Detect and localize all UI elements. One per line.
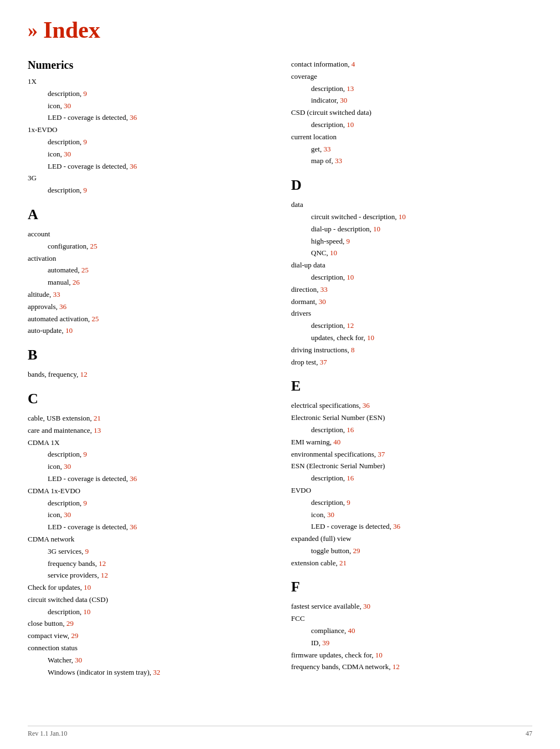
right-column: contact information, 4coveragedescriptio… — [291, 59, 532, 679]
entry-term: 1X — [28, 77, 37, 85]
entry-page: 30 — [62, 510, 71, 519]
list-item: care and maintenance, 13 — [28, 425, 269, 437]
entry-page: 10 — [345, 120, 354, 129]
list-item: compact view, 29 — [28, 630, 269, 642]
entry-term: environmental specifications, — [291, 450, 376, 458]
list-item: EVDO — [291, 485, 532, 497]
entry-term: dial-up - description, — [311, 225, 371, 233]
entry-page: 10 — [82, 608, 90, 616]
entry-page: 10 — [374, 651, 383, 659]
entry-term: data — [291, 200, 303, 209]
list-item: electrical specifications, 36 — [291, 400, 532, 412]
entry-page: 30 — [73, 656, 82, 664]
list-item: automated activation, 25 — [28, 313, 269, 325]
entry-term: description, — [48, 450, 82, 458]
entry-term: Electronic Serial Number (ESN) — [291, 413, 385, 422]
list-item: Check for updates, 10 — [28, 582, 269, 594]
entry-page: 9 — [82, 89, 87, 98]
entry-page: 9 — [82, 450, 87, 458]
entry-term: automated activation, — [28, 315, 90, 323]
entry-term: icon, — [48, 102, 62, 110]
entry-term: direction, — [291, 285, 318, 293]
list-item: CDMA 1x-EVDO — [28, 485, 269, 497]
entry-term: care and maintenance, — [28, 426, 92, 434]
entry-term: description, — [311, 474, 345, 482]
list-item: service providers, 12 — [28, 570, 269, 581]
entry-term: LED - coverage is detected, — [48, 113, 128, 122]
entry-term: EVDO — [291, 486, 311, 494]
entry-page: 21 — [338, 559, 347, 567]
page-container: » Index Numerics1Xdescription, 9icon, 30… — [0, 0, 560, 712]
entry-page: 30 — [62, 102, 71, 110]
left-column: Numerics1Xdescription, 9icon, 30LED - co… — [28, 59, 269, 679]
list-item: description, 9 — [28, 88, 269, 100]
entry-page: 37 — [376, 450, 385, 458]
list-item: close button, 29 — [28, 618, 269, 630]
list-item: fastest service available, 30 — [291, 601, 532, 613]
entry-page: 13 — [92, 426, 101, 434]
list-item: icon, 30 — [28, 149, 269, 160]
entry-term: 1x-EVDO — [28, 125, 57, 134]
entry-term: frequency bands, CDMA network, — [291, 662, 390, 671]
list-item: expanded (full) view — [291, 533, 532, 545]
list-item: LED - coverage is detected, 36 — [28, 161, 269, 173]
entry-page: 30 — [317, 297, 326, 306]
letter-heading: D — [291, 177, 532, 194]
entry-page: 21 — [92, 414, 101, 422]
entry-page: 36 — [391, 522, 400, 530]
list-item: connection status — [28, 642, 269, 654]
entry-term: auto-update, — [28, 326, 64, 335]
list-item: activation — [28, 253, 269, 265]
list-item: dial-up - description, 10 — [291, 224, 532, 235]
entry-page: 10 — [397, 212, 406, 221]
entry-term: LED - coverage is detected, — [48, 523, 128, 531]
entry-page: 30 — [62, 462, 71, 470]
entry-page: 12 — [99, 571, 108, 579]
two-column-layout: Numerics1Xdescription, 9icon, 30LED - co… — [28, 59, 532, 679]
entry-page: 29 — [69, 631, 78, 640]
list-item: compliance, 40 — [291, 625, 532, 637]
list-item: CDMA 1X — [28, 437, 269, 449]
entry-page: 10 — [328, 249, 337, 257]
entry-term: description, — [48, 608, 82, 616]
entry-page: 4 — [349, 60, 355, 68]
entry-page: 12 — [97, 559, 106, 568]
list-item: drivers — [291, 308, 532, 320]
entry-term: driving instructions, — [291, 346, 349, 354]
entry-page: 16 — [345, 426, 354, 434]
letter-heading: B — [28, 347, 269, 363]
entry-page: 10 — [371, 225, 380, 233]
entry-term: high-speed, — [311, 237, 344, 245]
entry-page: 9 — [82, 499, 87, 507]
entry-term: approvals, — [28, 302, 58, 311]
entry-page: 12 — [345, 321, 354, 330]
entry-page: 9 — [82, 186, 87, 194]
entry-term: circuit switched - description, — [311, 212, 397, 221]
list-item: description, 9 — [28, 136, 269, 148]
list-item: QNC, 10 — [291, 247, 532, 259]
footer-right: 47 — [526, 730, 532, 738]
list-item: icon, 30 — [28, 461, 269, 473]
list-item: map of, 33 — [291, 155, 532, 167]
list-item: CSD (circuit switched data) — [291, 107, 532, 119]
list-item: altitude, 33 — [28, 289, 269, 301]
entry-term: CDMA network — [28, 535, 74, 543]
entry-page: 36 — [128, 113, 137, 122]
entry-page: 29 — [64, 619, 73, 627]
entry-term: account — [28, 230, 50, 238]
entry-page: 40 — [346, 626, 355, 635]
entry-page: 30 — [338, 96, 347, 104]
entry-term: drop test, — [291, 358, 318, 366]
list-item: auto-update, 10 — [28, 325, 269, 337]
entry-page: 36 — [128, 474, 137, 483]
list-item: description, 10 — [291, 119, 532, 131]
list-item: bands, frequency, 12 — [28, 369, 269, 381]
entry-term: description, — [311, 426, 345, 434]
footer-left: Rev 1.1 Jan.10 — [28, 730, 67, 738]
entry-term: coverage — [291, 72, 317, 80]
entry-term: current location — [291, 133, 337, 141]
entry-term: activation — [28, 254, 56, 262]
entry-term: CDMA 1X — [28, 438, 59, 447]
letter-heading: F — [291, 579, 532, 595]
entry-term: description, — [48, 186, 82, 194]
